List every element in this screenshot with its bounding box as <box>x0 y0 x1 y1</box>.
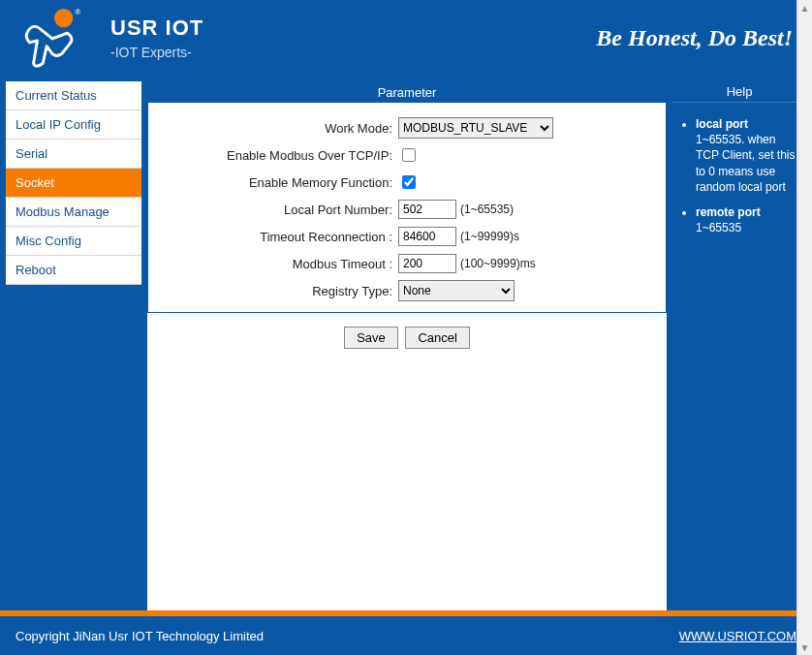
row-registry-type: Registry Type: None <box>156 277 658 304</box>
hint-local-port: (1~65535) <box>460 203 514 216</box>
slogan: Be Honest, Do Best! <box>596 25 798 51</box>
footer-copyright: Copyright JiNan Usr IOT Technology Limit… <box>16 629 264 643</box>
sidebar-fill <box>6 285 141 610</box>
help-panel: Help local port 1~65535. when TCP Client… <box>672 81 806 610</box>
label-registry-type: Registry Type: <box>156 284 398 298</box>
help-item-remote-port: remote port 1~65535 <box>696 204 800 235</box>
main-fill <box>147 355 667 610</box>
parameter-form: Work Mode: MODBUS_RTU_SLAVE Enable Modbu… <box>147 103 667 313</box>
checkbox-enable-modbus-tcp[interactable] <box>402 148 416 162</box>
footer: Copyright JiNan Usr IOT Technology Limit… <box>0 616 812 655</box>
input-local-port[interactable] <box>398 200 456 219</box>
nav-socket[interactable]: Socket <box>6 169 141 198</box>
svg-text:®: ® <box>75 8 80 16</box>
label-modbus-timeout: Modbus Timeout : <box>156 257 398 271</box>
nav-local-ip-config[interactable]: Local IP Config <box>6 110 141 140</box>
nav-misc-config[interactable]: Misc Config <box>6 227 141 256</box>
input-modbus-timeout[interactable] <box>398 254 456 273</box>
row-enable-memory: Enable Memory Function: <box>156 169 658 196</box>
svg-point-0 <box>54 9 73 27</box>
checkbox-enable-memory[interactable] <box>402 175 416 189</box>
row-timeout-reconnection: Timeout Reconnection : (1~99999)s <box>156 223 658 250</box>
help-item-local-port-title: local port <box>696 117 748 131</box>
input-timeout-reconnection[interactable] <box>398 227 456 246</box>
help-item-local-port: local port 1~65535. when TCP Client, set… <box>696 116 800 195</box>
scrollbar[interactable]: ▲ ▼ <box>796 0 812 655</box>
scroll-up-icon[interactable]: ▲ <box>797 0 812 16</box>
nav-serial[interactable]: Serial <box>6 140 141 169</box>
help-item-remote-port-body: 1~65535 <box>696 221 741 234</box>
label-enable-modbus-tcp: Enable Modbus Over TCP/IP: <box>156 148 398 163</box>
hint-modbus-timeout: (100~9999)ms <box>460 257 536 270</box>
nav-current-status[interactable]: Current Status <box>6 81 141 110</box>
save-button[interactable]: Save <box>344 327 398 349</box>
scroll-down-icon[interactable]: ▼ <box>797 639 812 655</box>
label-work-mode: Work Mode: <box>156 121 398 136</box>
page-root: ▲ ▼ ® USR IOT -IOT Experts- Be Honest, D… <box>0 0 812 655</box>
main-panel: Parameter Work Mode: MODBUS_RTU_SLAVE En… <box>147 81 667 610</box>
button-row: Save Cancel <box>147 313 667 355</box>
header: ® USR IOT -IOT Experts- Be Honest, Do Be… <box>0 0 812 76</box>
row-local-port: Local Port Number: (1~65535) <box>156 196 658 223</box>
brand-block: USR IOT -IOT Experts- <box>110 16 203 60</box>
select-registry-type[interactable]: None <box>398 280 515 301</box>
cancel-button[interactable]: Cancel <box>405 327 469 349</box>
panel-title: Parameter <box>147 81 667 103</box>
footer-link[interactable]: WWW.USRIOT.COM <box>679 629 796 643</box>
help-body: local port 1~65535. when TCP Client, set… <box>672 103 806 251</box>
label-local-port: Local Port Number: <box>156 203 398 217</box>
row-modbus-timeout: Modbus Timeout : (100~9999)ms <box>156 250 658 277</box>
row-enable-modbus-tcp: Enable Modbus Over TCP/IP: <box>156 141 658 169</box>
label-timeout-reconnection: Timeout Reconnection : <box>156 230 398 244</box>
help-item-local-port-body: 1~65535. when TCP Client, set this to 0 … <box>696 133 795 194</box>
nav-modbus-manage[interactable]: Modbus Manage <box>6 198 141 227</box>
logo-icon: ® <box>14 5 91 71</box>
hint-timeout-reconnection: (1~99999)s <box>460 230 519 243</box>
sidebar: Current Status Local IP Config Serial So… <box>6 81 141 610</box>
brand-title: USR IOT <box>110 16 203 41</box>
label-enable-memory: Enable Memory Function: <box>156 175 398 190</box>
select-work-mode[interactable]: MODBUS_RTU_SLAVE <box>398 117 553 139</box>
row-work-mode: Work Mode: MODBUS_RTU_SLAVE <box>156 114 658 141</box>
nav-reboot[interactable]: Reboot <box>6 256 141 285</box>
help-item-remote-port-title: remote port <box>696 205 761 219</box>
help-title: Help <box>672 81 806 103</box>
body: Current Status Local IP Config Serial So… <box>0 76 812 610</box>
brand-subtitle: -IOT Experts- <box>110 45 203 60</box>
